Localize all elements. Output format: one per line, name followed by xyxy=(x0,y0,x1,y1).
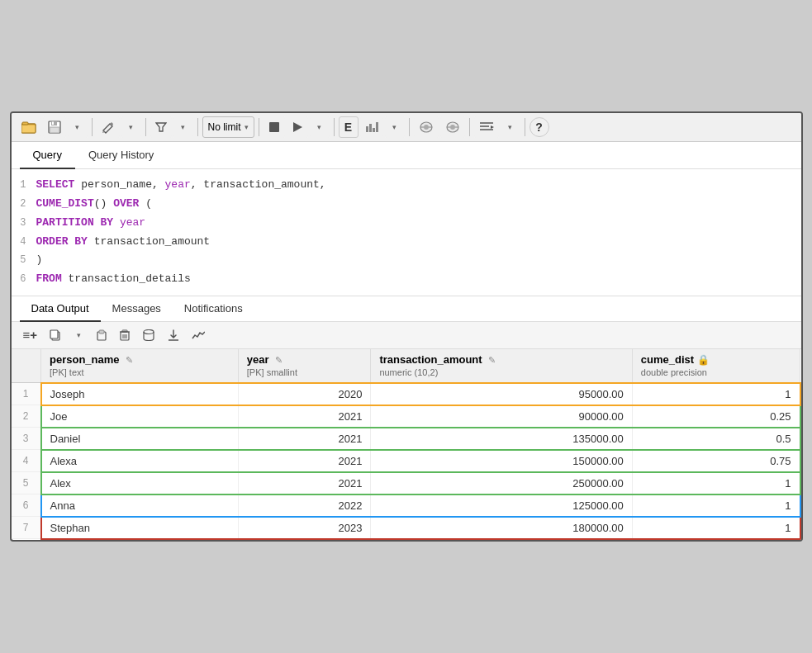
cell-transaction-amount[interactable]: 180000.00 xyxy=(371,517,632,539)
svg-rect-11 xyxy=(369,124,372,132)
row-num: 6 xyxy=(12,494,41,517)
transaction-edit-icon[interactable]: ✎ xyxy=(488,355,496,365)
code-line-3: 3 PARTITION BY year xyxy=(12,214,801,233)
cell-person-name[interactable]: Alexa xyxy=(41,450,239,472)
cell-person-name[interactable]: Anna xyxy=(41,494,239,517)
svg-point-36 xyxy=(144,329,154,334)
paste-btn[interactable] xyxy=(91,325,112,345)
code-editor[interactable]: 1 SELECT person_name, year, transaction_… xyxy=(12,169,801,296)
data-table-container: person_name ✎ [PK] text year ✎ [PK] smal… xyxy=(12,349,801,540)
limit-caret: ▾ xyxy=(245,123,249,131)
cell-person-name[interactable]: Alex xyxy=(41,472,239,494)
svg-rect-5 xyxy=(52,122,54,125)
cell-person-name[interactable]: Daniel xyxy=(41,428,239,450)
person-name-edit-icon[interactable]: ✎ xyxy=(126,355,133,365)
edit-btn[interactable] xyxy=(97,116,120,138)
tab-data-output[interactable]: Data Output xyxy=(20,296,101,322)
open-folder-btn[interactable] xyxy=(17,116,41,138)
svg-rect-12 xyxy=(373,128,375,132)
cell-cume-dist: 0.5 xyxy=(632,428,800,450)
svg-rect-32 xyxy=(122,330,127,332)
save-dropdown-btn[interactable]: ▾ xyxy=(68,116,88,138)
help-icon: ? xyxy=(535,121,543,134)
sep6 xyxy=(409,118,410,136)
row-num: 3 xyxy=(12,428,41,450)
code-line-5: 5 ) xyxy=(12,251,801,270)
save-data-btn[interactable] xyxy=(137,325,160,345)
cell-year[interactable]: 2021 xyxy=(238,472,371,494)
run-dropdown-btn[interactable]: ▾ xyxy=(310,116,330,138)
sep7 xyxy=(469,118,470,136)
col-rownum xyxy=(12,349,41,383)
code-line-6: 6 FROM transaction_details xyxy=(12,270,801,289)
line-num-1: 1 xyxy=(12,177,36,193)
cell-transaction-amount[interactable]: 135000.00 xyxy=(371,428,632,450)
sep2 xyxy=(145,118,146,136)
sep8 xyxy=(525,118,525,136)
output-tabs: Data Output Messages Notifications xyxy=(12,296,801,322)
year-edit-icon[interactable]: ✎ xyxy=(275,355,283,365)
row-num: 1 xyxy=(12,383,41,405)
tab-query-history[interactable]: Query History xyxy=(75,142,167,169)
tab-notifications[interactable]: Notifications xyxy=(173,296,254,322)
help-btn[interactable]: ? xyxy=(529,117,549,137)
cell-year[interactable]: 2021 xyxy=(238,450,371,472)
cell-transaction-amount[interactable]: 95000.00 xyxy=(371,383,632,405)
cell-cume-dist: 0.75 xyxy=(632,450,800,472)
svg-rect-13 xyxy=(376,122,378,132)
explain-btn[interactable]: E xyxy=(339,116,359,138)
line-num-6: 6 xyxy=(12,272,36,287)
cell-year[interactable]: 2021 xyxy=(238,405,371,428)
line-num-5: 5 xyxy=(12,253,36,268)
row-num: 7 xyxy=(12,517,41,539)
run-btn[interactable] xyxy=(287,116,308,138)
add-row-btn[interactable]: ≡+ xyxy=(18,325,43,345)
commit-btn[interactable] xyxy=(414,116,439,138)
rollback-btn[interactable] xyxy=(440,116,465,138)
copy-btn[interactable] xyxy=(45,325,66,345)
sparkline-btn[interactable] xyxy=(187,325,210,345)
svg-point-15 xyxy=(424,125,429,130)
cell-person-name[interactable]: Stephan xyxy=(41,517,239,539)
tab-messages[interactable]: Messages xyxy=(101,296,173,322)
cell-year[interactable]: 2023 xyxy=(238,517,371,539)
macros-dropdown-btn[interactable]: ▾ xyxy=(501,116,520,138)
cell-transaction-amount[interactable]: 125000.00 xyxy=(371,494,632,517)
col-transaction-amount: transaction_amount ✎ numeric (10,2) xyxy=(371,349,632,383)
save-btn[interactable] xyxy=(43,116,66,138)
output-toolbar: ≡+ ▾ xyxy=(12,322,801,349)
cell-cume-dist: 1 xyxy=(632,472,800,494)
cell-transaction-amount[interactable]: 150000.00 xyxy=(371,450,632,472)
cell-person-name[interactable]: Joe xyxy=(41,405,239,428)
svg-rect-6 xyxy=(50,127,59,133)
cell-year[interactable]: 2021 xyxy=(238,428,371,450)
edit-dropdown-btn[interactable]: ▾ xyxy=(121,116,141,138)
cell-year[interactable]: 2022 xyxy=(238,494,371,517)
macros-btn[interactable] xyxy=(474,116,499,138)
tab-query[interactable]: Query xyxy=(20,142,75,169)
cell-transaction-amount[interactable]: 250000.00 xyxy=(371,472,632,494)
explain-icon: E xyxy=(344,121,352,134)
limit-dropdown[interactable]: No limit ▾ xyxy=(202,116,254,138)
cume-dist-lock-icon: 🔒 xyxy=(697,354,710,366)
copy-dropdown-btn[interactable]: ▾ xyxy=(69,325,88,345)
limit-label: No limit xyxy=(208,121,241,133)
chart-btn[interactable] xyxy=(360,116,383,138)
table-row: 5 Alex 2021 250000.00 1 xyxy=(12,472,800,494)
download-btn[interactable] xyxy=(163,325,184,345)
code-line-2: 2 CUME_DIST() OVER ( xyxy=(12,195,801,214)
delete-row-btn[interactable] xyxy=(115,325,135,345)
svg-marker-9 xyxy=(293,122,302,132)
cell-transaction-amount[interactable]: 90000.00 xyxy=(371,405,632,428)
table-row: 7 Stephan 2023 180000.00 1 xyxy=(12,517,800,539)
cell-person-name[interactable]: Joseph xyxy=(41,383,239,405)
filter-dropdown-btn[interactable]: ▾ xyxy=(173,116,193,138)
svg-rect-8 xyxy=(269,122,279,132)
line-num-2: 2 xyxy=(12,196,36,212)
row-num: 4 xyxy=(12,450,41,472)
row-num: 2 xyxy=(12,405,41,428)
stop-btn[interactable] xyxy=(264,116,285,138)
filter-btn[interactable] xyxy=(150,116,172,138)
chart-dropdown-btn[interactable]: ▾ xyxy=(385,116,405,138)
cell-year[interactable]: 2020 xyxy=(238,383,371,405)
